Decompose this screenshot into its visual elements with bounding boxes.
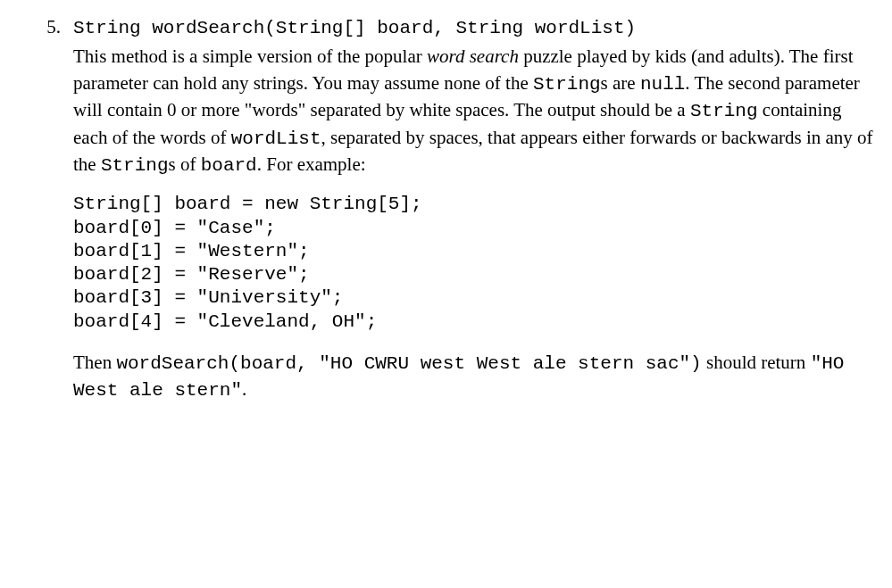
desc-code: String [101, 155, 169, 176]
desc-text: This method is a simple version of the p… [73, 46, 427, 67]
code-line: board[4] = "Cleveland, OH"; [73, 311, 377, 332]
problem-description: This method is a simple version of the p… [73, 44, 874, 178]
desc-code: board [201, 155, 257, 176]
then-text: should return [702, 352, 811, 373]
desc-code: null [640, 74, 685, 95]
code-line: board[1] = "Western"; [73, 241, 310, 261]
problem-5: 5. String wordSearch(String[] board, Str… [0, 14, 892, 404]
then-code: wordSearch(board, "HO CWRU west West ale… [116, 353, 701, 374]
example-code: String[] board = new String[5]; board[0]… [73, 193, 874, 334]
code-line: board[2] = "Reserve"; [73, 264, 310, 285]
method-signature: String wordSearch(String[] board, String… [73, 18, 636, 38]
desc-code: String [690, 101, 758, 121]
desc-code: String [533, 74, 601, 95]
desc-code: wordList [231, 128, 321, 149]
page-container: 5. String wordSearch(String[] board, Str… [0, 0, 892, 588]
desc-text: s of [169, 153, 201, 175]
code-line: board[3] = "University"; [73, 287, 343, 308]
desc-text: . For example: [257, 153, 366, 175]
code-line: board[0] = "Case"; [73, 218, 276, 238]
then-text: Then [73, 352, 116, 373]
desc-text: s are [601, 72, 640, 94]
problem-content: String wordSearch(String[] board, String… [73, 14, 892, 404]
then-text: . [242, 378, 246, 400]
problem-number: 5. [0, 14, 73, 40]
code-line: String[] board = new String[5]; [73, 194, 422, 214]
example-result: Then wordSearch(board, "HO CWRU west Wes… [73, 350, 874, 404]
desc-italic: word search [427, 46, 519, 67]
